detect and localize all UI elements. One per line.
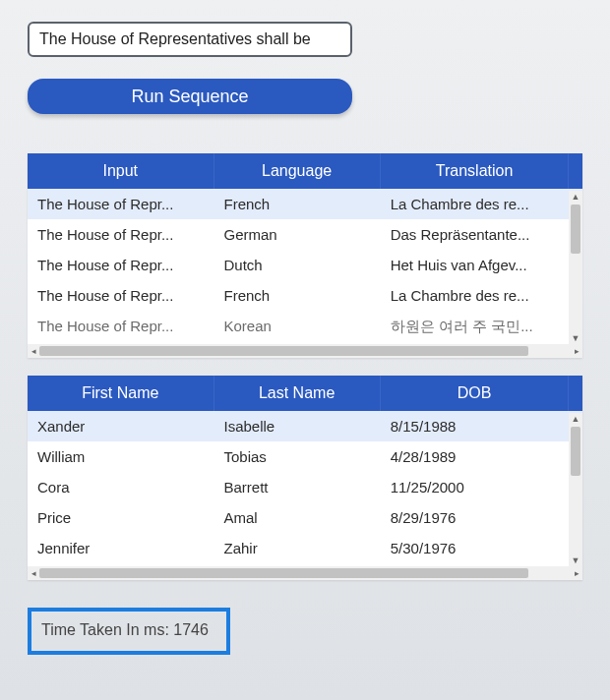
cell-translation: Das Repräsentante... <box>381 219 570 250</box>
translations-header-language[interactable]: Language <box>214 153 381 189</box>
cell-dob: 5/30/1976 <box>381 533 570 563</box>
cell-last-name: Amal <box>214 502 381 533</box>
run-sequence-button[interactable]: Run Sequence <box>28 79 352 114</box>
cell-dob: 4/28/1989 <box>381 441 570 472</box>
people-hscrollbar[interactable]: ◂ ▸ <box>28 566 582 580</box>
cell-language: Korean <box>214 311 381 343</box>
translations-header-row: Input Language Translation <box>28 153 582 189</box>
time-taken-label: Time Taken In ms: <box>41 621 169 638</box>
cell-first-name: Cora <box>28 472 214 502</box>
cell-dob: 8/29/1976 <box>381 502 570 533</box>
cell-last-name: Tobias <box>214 441 381 472</box>
scroll-right-icon[interactable]: ▸ <box>571 346 582 356</box>
scroll-up-icon[interactable]: ▲ <box>569 413 582 425</box>
cell-first-name: William <box>28 441 214 472</box>
table-row[interactable]: The House of Repr... Korean 하원은 여러 주 국민.… <box>28 311 582 343</box>
translations-vscrollbar[interactable]: ▲ ▼ <box>569 191 582 344</box>
scroll-thumb[interactable] <box>39 568 528 578</box>
cell-last-name: Zahir <box>214 533 381 563</box>
people-table: First Name Last Name DOB Xander Isabelle… <box>28 376 582 580</box>
table-row[interactable]: Jennifer Zahir 5/30/1976 <box>28 533 582 563</box>
cell-last-name: Barrett <box>214 472 381 502</box>
cell-input: The House of Repr... <box>28 189 214 219</box>
scroll-left-icon[interactable]: ◂ <box>28 568 39 578</box>
cell-language: German <box>214 219 381 250</box>
translations-table: Input Language Translation The House of … <box>28 153 582 358</box>
translations-hscrollbar[interactable]: ◂ ▸ <box>28 344 582 358</box>
cell-translation: La Chambre des re... <box>381 280 570 311</box>
time-taken-status: Time Taken In ms: 1746 <box>28 608 230 655</box>
cell-language: French <box>214 280 381 311</box>
scroll-thumb[interactable] <box>571 427 580 476</box>
people-header-dob[interactable]: DOB <box>381 376 570 411</box>
cell-translation: La Chambre des re... <box>381 189 570 219</box>
people-header-row: First Name Last Name DOB <box>28 376 582 411</box>
table-row[interactable]: The House of Repr... French La Chambre d… <box>28 189 582 219</box>
cell-dob: 8/15/1988 <box>381 411 570 441</box>
table-row[interactable]: Price Amal 8/29/1976 <box>28 502 582 533</box>
scroll-thumb[interactable] <box>571 204 580 254</box>
table-row[interactable]: Cora Barrett 11/25/2000 <box>28 472 582 502</box>
cell-translation: 하원은 여러 주 국민... <box>381 311 570 343</box>
cell-translation: Het Huis van Afgev... <box>381 250 570 280</box>
time-taken-value: 1746 <box>173 621 209 638</box>
cell-dob: 11/25/2000 <box>381 472 570 502</box>
table-row[interactable]: The House of Repr... Dutch Het Huis van … <box>28 250 582 280</box>
translations-header-input[interactable]: Input <box>28 153 214 189</box>
cell-language: French <box>214 189 381 219</box>
cell-first-name: Jennifer <box>28 533 214 563</box>
scroll-down-icon[interactable]: ▼ <box>569 554 582 566</box>
table-row[interactable]: William Tobias 4/28/1989 <box>28 441 582 472</box>
table-row[interactable]: The House of Repr... German Das Repräsen… <box>28 219 582 250</box>
cell-first-name: Xander <box>28 411 214 441</box>
cell-language: Dutch <box>214 250 381 280</box>
table-row[interactable]: The House of Repr... French La Chambre d… <box>28 280 582 311</box>
scroll-up-icon[interactable]: ▲ <box>569 191 582 203</box>
people-vscrollbar[interactable]: ▲ ▼ <box>569 413 582 566</box>
table-row[interactable]: Xander Isabelle 8/15/1988 <box>28 411 582 441</box>
people-header-first-name[interactable]: First Name <box>28 376 214 411</box>
scroll-left-icon[interactable]: ◂ <box>28 346 39 356</box>
cell-input: The House of Repr... <box>28 219 214 250</box>
sentence-input[interactable] <box>28 22 352 57</box>
cell-input: The House of Repr... <box>28 280 214 311</box>
scroll-right-icon[interactable]: ▸ <box>571 568 582 578</box>
people-header-last-name[interactable]: Last Name <box>214 376 381 411</box>
scroll-thumb[interactable] <box>39 346 528 356</box>
cell-input: The House of Repr... <box>28 250 214 280</box>
scroll-down-icon[interactable]: ▼ <box>569 332 582 344</box>
translations-header-translation[interactable]: Translation <box>381 153 570 189</box>
cell-first-name: Price <box>28 502 214 533</box>
cell-input: The House of Repr... <box>28 311 214 343</box>
cell-last-name: Isabelle <box>214 411 381 441</box>
